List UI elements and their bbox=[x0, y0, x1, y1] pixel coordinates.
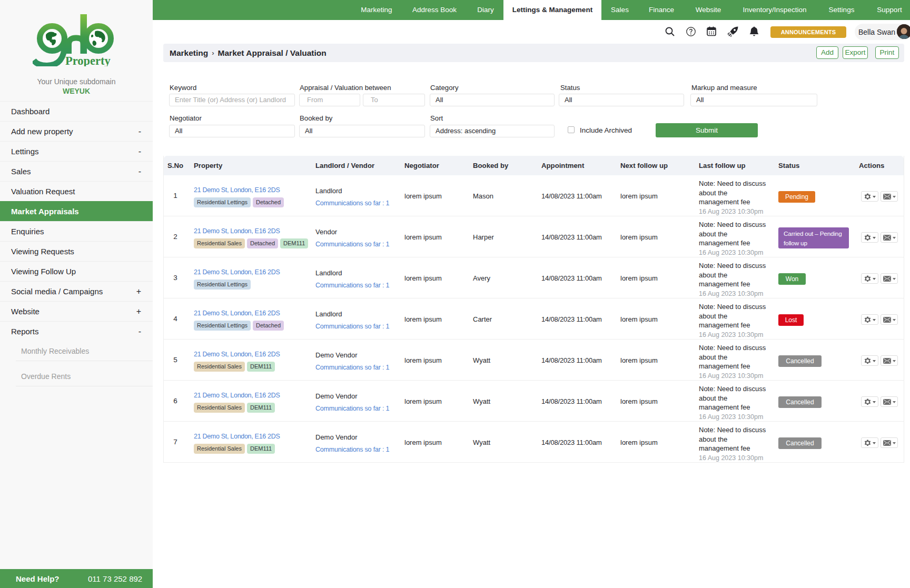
svg-text:Property: Property bbox=[65, 54, 111, 66]
